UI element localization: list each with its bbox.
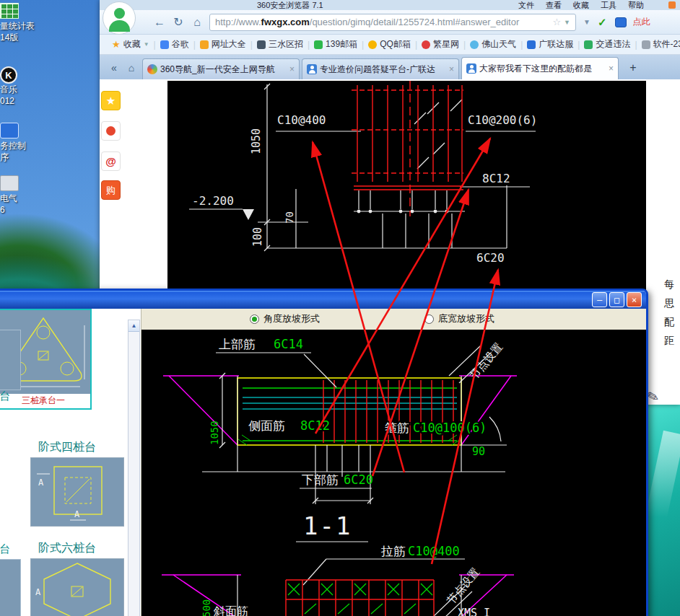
tab-scroll-left-button[interactable]: « [105,59,123,76]
radio-selected-icon[interactable] [250,314,259,324]
bookmark-label: 繁星网 [433,38,459,50]
bookmark-label: 广联达服 [539,38,573,50]
refresh-button[interactable]: ↻ [169,13,188,32]
value-stirrup: C10@100(6) [413,421,487,435]
bookmark-item[interactable]: 139邮箱 [310,38,361,50]
dialog-body: 台 三桩承台一 [0,309,646,616]
address-bar[interactable]: http://www.fwxgx.com/question/gimq/detai… [209,14,576,31]
template-six-pile[interactable]: A [30,558,124,616]
dialog-titlebar[interactable]: – □ × [0,291,646,309]
icon-label: 6 [0,204,58,216]
desktop-icon-music[interactable]: K 音乐 012 [0,66,58,107]
cad-top-texts: C10@400 C10@200(6) 8C12 6C20 -2.200 1050… [192,113,537,265]
tab-rebar-question[interactable]: 大家帮我看下这里的配筋都是 × [461,57,619,79]
section-mark-a: A [74,509,80,519]
new-tab-button[interactable]: + [623,59,643,76]
tab-close-icon[interactable]: × [449,64,454,74]
menu-file[interactable]: 文件 [518,1,534,10]
bookmark-icon [527,40,536,49]
radio-unselected-icon[interactable] [424,314,434,324]
sidebar-mail-icon[interactable]: @ [101,151,121,171]
bookmark-icon [160,40,169,49]
side-text-line: 距 [664,335,674,348]
four-pile-svg: A A [31,458,123,526]
menu-tools[interactable]: 工具 [601,1,616,10]
back-button[interactable]: ← [150,13,169,32]
tab-close-icon[interactable]: × [609,63,614,74]
bookmark-item[interactable]: 广联达服 [523,38,577,50]
bookmark-item[interactable]: 网址大全 [196,38,250,50]
template-title-four-pile[interactable]: 阶式四桩台 [38,440,96,455]
bookmark-item[interactable]: 软件-234 [638,38,680,50]
side-text-line: 配 [664,316,674,329]
bookmark-icon [584,40,593,49]
section-mark-a: A [38,478,44,488]
panel-scrollbar[interactable]: ▲ [128,320,140,616]
browser-titlebar[interactable]: 360安全浏览器 7.1 文件 查看 收藏 工具 帮助 [100,0,680,10]
bookmark-favorites[interactable]: ★ 收藏 ▼ [108,38,153,50]
bookmark-item[interactable]: 三水区招 [253,38,307,50]
template-title-six-pile[interactable]: 阶式六桩台 [38,541,96,556]
template-thumb-cut[interactable] [0,559,21,616]
tab-home-button[interactable]: ⌂ [123,59,140,76]
minimize-button[interactable]: – [592,292,607,307]
label-c10-400: C10@400 [277,113,326,127]
address-dropdown-icon[interactable]: ▼ [564,19,570,26]
toolbar-dropdown-icon[interactable]: ▼ [583,18,590,26]
bookmark-icon [422,40,430,49]
menu-help[interactable]: 帮助 [628,1,644,10]
sidebar-star-icon[interactable]: ★ [101,91,121,110]
safety-check-icon[interactable]: ✓ [598,16,607,29]
tab-close-icon[interactable]: × [289,64,295,74]
bookmark-item[interactable]: 繁星网 [418,38,463,50]
bookmark-item[interactable]: QQ邮箱 [365,38,414,50]
longitudinal-bars [238,388,461,445]
template-list-panel: 台 三桩承台一 [0,309,141,616]
bookmark-label: 收藏 [123,38,141,50]
user-avatar[interactable] [103,1,136,35]
tab-qa-platform[interactable]: 专业造价问题答疑平台-广联达 × [302,58,459,79]
favorite-star-icon[interactable]: ☆ [552,17,561,27]
url-domain: fwxgx.com [261,17,310,27]
value-side-bar: 8C12 [300,418,330,433]
sidebar-shop-icon[interactable]: 购 [101,180,121,200]
menu-favorites[interactable]: 收藏 [573,1,589,10]
bookmark-item[interactable]: 交通违法 [580,38,634,50]
desktop-icon-service[interactable]: 务控制 序 [0,123,58,163]
dialog-cad-texts: 上部筋 6C14 侧面筋 8C12 箍筋 C10@100(6) 90 下部筋 6… [201,337,505,616]
titlebar-mini-icon[interactable] [668,1,676,9]
bookmark-item[interactable]: 佛山天气 [466,38,520,50]
radio-label: 角度放坡形式 [263,312,320,325]
label-slope-bar: 斜面筋 [213,604,248,616]
radio-width-slope[interactable]: 底宽放坡形式 [424,312,494,325]
bookmarks-bar: ★ 收藏 ▼ | 谷歌 | 网址大全 | 三水区招 | 139邮箱 | QQ邮箱… [100,35,680,55]
toolbar-hint-link[interactable]: 点此 [632,16,650,28]
section-mark-a: A [35,587,41,597]
bookmark-label: 交通违法 [596,38,630,50]
icon-label: 量统计表 [0,20,58,32]
template-caption: 三桩承台一 [0,394,90,408]
sidebar-weibo-icon[interactable] [101,121,121,141]
screenshot-tool-icon[interactable] [615,17,627,27]
maximize-button[interactable]: □ [609,292,624,307]
template-four-pile[interactable]: A A [30,457,124,527]
url-path: /question/gimq/detail/1255724.html#answe… [310,17,550,27]
weibo-dot [106,126,115,136]
home-button[interactable]: ⌂ [188,13,206,32]
template-thumb-cut[interactable] [0,330,21,390]
template-cut-label: 台 [0,542,10,556]
menu-view[interactable]: 查看 [546,1,562,10]
scroll-up-arrow[interactable]: ▲ [128,320,139,332]
close-button[interactable]: × [627,292,642,307]
desktop-icon-stats[interactable]: 量统计表 14版 [0,3,58,43]
bookmark-label: 软件-234 [653,38,680,50]
box-icon [0,175,19,191]
label-node-setting-bottom: 节点设置 [444,566,481,607]
dialog-cad-area: 上部筋 6C14 侧面筋 8C12 箍筋 C10@100(6) 90 下部筋 6… [141,330,646,616]
bookmark-item[interactable]: 谷歌 [157,38,193,50]
tab-360-nav[interactable]: 360导航_新一代安全上网导航 × [142,58,300,79]
radio-angle-slope[interactable]: 角度放坡形式 [250,312,320,325]
cad-top-svg: C10@400 C10@200(6) 8C12 6C20 -2.200 1050… [167,81,646,291]
dim-70: 70 [284,211,295,224]
desktop-icon-electric[interactable]: 电气 6 [0,175,58,216]
